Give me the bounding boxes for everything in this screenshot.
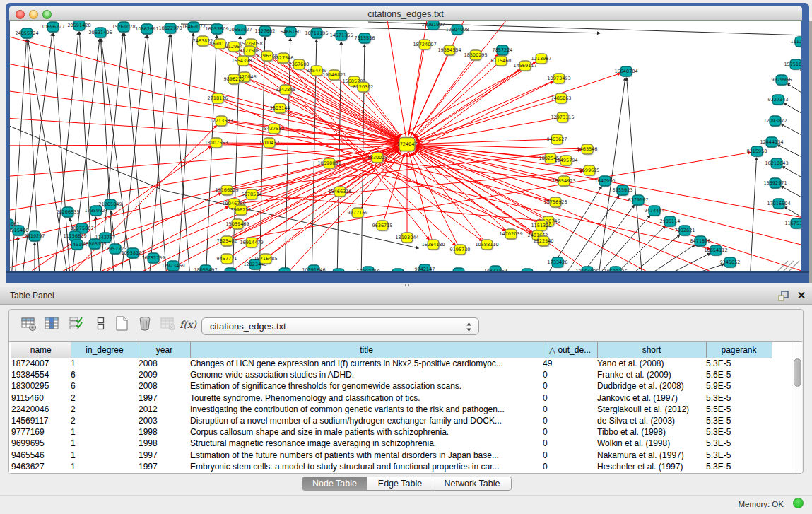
cell-out_de: 0	[543, 415, 597, 426]
close-panel-icon[interactable]: ✕	[796, 289, 807, 302]
cell-title: Embryonic stem cells: a model to study s…	[190, 461, 543, 472]
column-header-year[interactable]: year	[139, 342, 190, 358]
new-table-button[interactable]	[114, 315, 131, 334]
delete-table-button[interactable]	[137, 315, 154, 334]
cell-out_de: 0	[543, 426, 597, 438]
column-header-title[interactable]: title	[190, 342, 543, 358]
dropdown-arrows-icon	[465, 320, 473, 333]
select-columns-button[interactable]	[44, 315, 61, 334]
table-row[interactable]: 946554611997Estimation of the future num…	[11, 450, 772, 461]
cell-year: 1997	[139, 461, 190, 472]
svg-text:19166829: 19166829	[215, 187, 238, 193]
column-header-in_degree[interactable]: in_degree	[71, 342, 139, 358]
svg-text:14535061: 14535061	[10, 221, 20, 227]
clear-selection-button[interactable]	[93, 315, 110, 334]
network-window: citations_edges.txt 24055724106962272059…	[6, 3, 809, 283]
cell-year: 1998	[139, 426, 190, 438]
svg-text:9636715: 9636715	[372, 223, 393, 228]
cell-out_de: 0	[543, 450, 597, 461]
column-header-name[interactable]: name	[11, 342, 71, 358]
svg-text:10696227: 10696227	[41, 24, 64, 30]
cell-in_degree: 2	[71, 415, 139, 426]
cell-short: Wolkin et al. (1998)	[597, 438, 706, 449]
cell-name: 19384554	[11, 369, 71, 380]
table-row[interactable]: 2242004622012Investigating the contribut…	[11, 404, 772, 415]
column-header-pagerank[interactable]: pagerank	[706, 342, 772, 358]
table-mode-button[interactable]	[20, 315, 37, 334]
float-panel-icon[interactable]	[778, 291, 790, 302]
tab-network-table[interactable]: Network Table	[433, 477, 511, 490]
table-row[interactable]: 969969511998Structural magnetic resonanc…	[11, 438, 772, 449]
cell-in_degree: 2	[71, 404, 139, 415]
delete-column-button-disabled[interactable]	[160, 315, 177, 334]
cell-short: Yano et al. (2008)	[597, 358, 706, 369]
cell-name: 9465546	[11, 450, 71, 461]
table-vertical-scrollbar[interactable]	[792, 341, 802, 473]
svg-text:2718126: 2718126	[208, 95, 228, 101]
table-select-dropdown[interactable]: citations_edges.txt	[201, 317, 479, 335]
cell-name: 18300295	[11, 380, 71, 392]
svg-text:10590090: 10590090	[317, 160, 341, 166]
svg-text:18107553: 18107553	[204, 140, 228, 146]
svg-text:9457771: 9457771	[217, 256, 237, 262]
svg-text:9463627: 9463627	[547, 136, 567, 142]
svg-text:1527602: 1527602	[255, 28, 276, 34]
svg-text:15761078: 15761078	[112, 24, 135, 30]
cell-title: Corpus callosum shape and size in male p…	[190, 426, 543, 438]
network-window-titlebar[interactable]: citations_edges.txt	[9, 6, 802, 21]
table-row[interactable]: 977716911998Corpus callosum shape and si…	[11, 426, 772, 438]
cell-in_degree: 6	[71, 380, 139, 392]
svg-text:10653527: 10653527	[228, 27, 252, 33]
table-row[interactable]: 1456911722003Disruption of a novel membe…	[11, 415, 772, 426]
column-header-out_de[interactable]: △ out_de...	[543, 342, 597, 358]
cell-out_de: 0	[543, 404, 597, 415]
svg-text:6466160: 6466160	[281, 29, 301, 35]
table-row[interactable]: 1872400712008Changes of HCN gene express…	[11, 358, 772, 369]
table-row[interactable]: 911546021997Tourette syndrome. Phenomeno…	[11, 392, 772, 404]
cell-year: 1997	[139, 392, 190, 404]
svg-text:9827546: 9827546	[273, 55, 294, 61]
svg-text:17016504: 17016504	[767, 201, 790, 206]
svg-text:16543982: 16543982	[231, 58, 254, 64]
svg-text:19146821: 19146821	[322, 72, 346, 78]
svg-text:14702039: 14702039	[499, 231, 522, 237]
cell-pagerank: 5.3E-5	[706, 415, 772, 426]
node-table-grid[interactable]: namein_degreeyeartitle△ out_de...shortpa…	[11, 342, 772, 472]
tab-node-table[interactable]: Node Table	[302, 477, 367, 490]
table-toolbar: f(x) citations_edges.txt	[9, 310, 803, 341]
table-row[interactable]: 1938455462009Genome-wide association stu…	[11, 369, 772, 380]
column-header-short[interactable]: short	[597, 342, 706, 358]
cell-name: 9699695	[11, 438, 71, 449]
svg-text:10862691: 10862691	[135, 26, 158, 32]
svg-text:10975887: 10975887	[70, 226, 93, 231]
table-panel: Table Panel ✕	[0, 286, 812, 514]
svg-text:10654112: 10654112	[704, 247, 727, 253]
svg-text:1213967: 1213967	[531, 56, 552, 62]
cell-pagerank: 5.3E-5	[706, 438, 772, 449]
table-card: f(x) citations_edges.txt namein_degreeye…	[8, 309, 804, 474]
cell-title: Estimation of significance thresholds fo…	[190, 380, 543, 392]
svg-text:14569117: 14569117	[513, 63, 536, 69]
svg-text:1700432: 1700432	[259, 140, 280, 146]
cell-short: Dudbridge et al. (2008)	[597, 380, 706, 392]
select-all-button[interactable]	[68, 315, 85, 334]
svg-text:16284180: 16284180	[421, 242, 445, 247]
cell-year: 1998	[139, 438, 190, 449]
cell-in_degree: 1	[71, 461, 139, 472]
table-row[interactable]: 1830029562008Estimation of significance …	[11, 380, 772, 392]
cell-year: 1997	[139, 450, 190, 461]
network-view[interactable]: 2405572410696227205914282069140615761078…	[9, 21, 801, 271]
scrollbar-thumb[interactable]	[794, 358, 801, 387]
svg-text:15751074: 15751074	[784, 62, 801, 67]
svg-text:15039469: 15039469	[225, 221, 249, 227]
svg-text:8427552: 8427552	[264, 126, 285, 132]
svg-text:18300295: 18300295	[464, 52, 487, 58]
svg-text:9919297: 9919297	[25, 233, 45, 239]
tab-edge-table[interactable]: Edge Table	[367, 477, 433, 490]
function-builder-button[interactable]: f(x)	[178, 315, 198, 334]
svg-text:3803144: 3803144	[270, 105, 290, 111]
svg-text:7485063: 7485063	[551, 95, 572, 101]
table-row[interactable]: 946362711997Embryonic stem cells: a mode…	[11, 461, 772, 472]
cell-out_de: 0	[543, 369, 597, 380]
cell-in_degree: 1	[71, 358, 139, 369]
